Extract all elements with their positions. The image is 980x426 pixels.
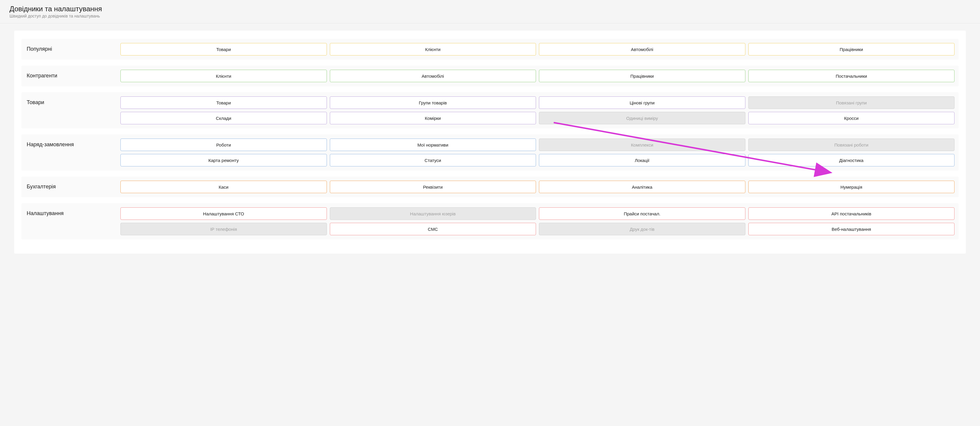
nav-button[interactable]: Роботи [121, 138, 327, 151]
nav-button[interactable]: Карта ремонту [121, 154, 327, 167]
nav-button[interactable]: Працівники [539, 70, 745, 82]
section-title: Популярні [25, 43, 121, 52]
nav-button[interactable]: Склади [121, 112, 327, 124]
nav-button[interactable]: Цінові групи [539, 96, 745, 109]
nav-button[interactable]: Клієнти [330, 43, 536, 56]
section-title: Товари [25, 96, 121, 106]
page-header: Довідники та налаштування Швидкий доступ… [0, 0, 980, 24]
nav-button: Друк док-тів [539, 223, 745, 235]
section-title: Контрагенти [25, 70, 121, 79]
nav-button: IP телефонія [121, 223, 327, 235]
nav-button[interactable]: Локації [539, 154, 745, 167]
nav-button: Повязані групи [748, 96, 955, 109]
section: КонтрагентиКлієнтиАвтомобіліПрацівникиПо… [21, 65, 959, 86]
buttons-grid: Налаштування СТОНалаштування юзерівПрайс… [121, 207, 955, 235]
section: НалаштуванняНалаштування СТОНалаштування… [21, 203, 959, 239]
page-subtitle: Швидкий доступ до довідників та налаштув… [10, 14, 970, 18]
nav-button[interactable]: Реквізити [330, 181, 536, 193]
nav-button[interactable]: Аналітика [539, 181, 745, 193]
nav-button[interactable]: Мої нормативи [330, 138, 536, 151]
nav-button[interactable]: Прайси постачал. [539, 207, 745, 220]
section-title: Наряд-замовлення [25, 138, 121, 148]
section-title: Налаштування [25, 207, 121, 216]
nav-button[interactable]: Товари [121, 96, 327, 109]
section: Наряд-замовленняРоботиМої нормативиКомпл… [21, 134, 959, 170]
nav-button: Повязані роботи [748, 138, 955, 151]
nav-button[interactable]: Групи товарів [330, 96, 536, 109]
nav-button[interactable]: Постачальники [748, 70, 955, 82]
nav-button[interactable]: Комірки [330, 112, 536, 124]
section: ПопулярніТовариКлієнтиАвтомобіліПрацівни… [21, 39, 959, 60]
nav-button[interactable]: Діагностика [748, 154, 955, 167]
nav-button: Одиниці виміру [539, 112, 745, 124]
buttons-grid: КлієнтиАвтомобіліПрацівникиПостачальники [121, 70, 955, 82]
buttons-grid: ТовариГрупи товарівЦінові групиПовязані … [121, 96, 955, 124]
nav-button[interactable]: Веб-налаштування [748, 223, 955, 235]
nav-button: Налаштування юзерів [330, 207, 536, 220]
nav-button[interactable]: Клієнти [121, 70, 327, 82]
nav-button[interactable]: API постачальників [748, 207, 955, 220]
buttons-grid: КасиРеквізитиАналітикаНумерація [121, 181, 955, 193]
content-wrapper: ПопулярніТовариКлієнтиАвтомобіліПрацівни… [0, 24, 980, 261]
page-container: Довідники та налаштування Швидкий доступ… [0, 0, 980, 261]
nav-button[interactable]: СМС [330, 223, 536, 235]
nav-button: Комплекси [539, 138, 745, 151]
nav-button[interactable]: Автомобілі [539, 43, 745, 56]
nav-button[interactable]: Автомобілі [330, 70, 536, 82]
section: БухгалтеріяКасиРеквізитиАналітикаНумерац… [21, 176, 959, 197]
buttons-grid: ТовариКлієнтиАвтомобіліПрацівники [121, 43, 955, 56]
nav-button[interactable]: Кросси [748, 112, 955, 124]
nav-button[interactable]: Каси [121, 181, 327, 193]
nav-button[interactable]: Товари [121, 43, 327, 56]
nav-button[interactable]: Статуси [330, 154, 536, 167]
nav-button[interactable]: Працівники [748, 43, 955, 56]
section-title: Бухгалтерія [25, 181, 121, 190]
page-title: Довідники та налаштування [10, 5, 970, 13]
nav-button[interactable]: Налаштування СТО [121, 207, 327, 220]
main-panel: ПопулярніТовариКлієнтиАвтомобіліПрацівни… [14, 30, 966, 254]
buttons-grid: РоботиМої нормативиКомплексиПовязані роб… [121, 138, 955, 167]
section: ТовариТовариГрупи товарівЦінові групиПов… [21, 92, 959, 129]
nav-button[interactable]: Нумерація [748, 181, 955, 193]
